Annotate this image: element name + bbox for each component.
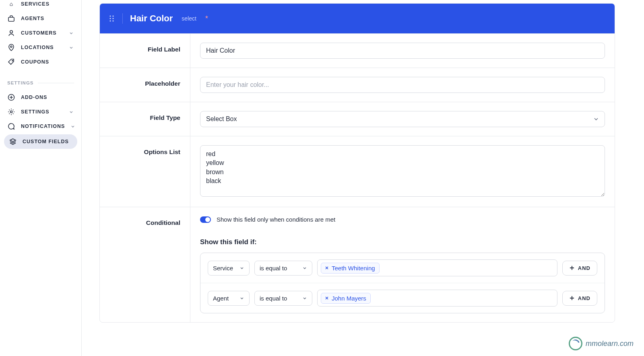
- sidebar: SERVICES AGENTS CUSTOMERS LOCATIONS COUP…: [0, 0, 82, 356]
- svg-point-11: [112, 20, 114, 21]
- select-value: is equal to: [260, 295, 287, 302]
- svg-point-6: [109, 15, 111, 16]
- svg-point-10: [112, 18, 114, 19]
- sidebar-item-customers[interactable]: CUSTOMERS: [0, 26, 81, 40]
- conditional-toggle[interactable]: [200, 216, 211, 223]
- select-value: Agent: [213, 295, 229, 302]
- pin-icon: [7, 43, 15, 51]
- service-icon: [7, 0, 15, 8]
- row-heading: Field Type: [100, 102, 190, 136]
- sidebar-item-services[interactable]: SERVICES: [0, 0, 81, 11]
- drag-handle-icon[interactable]: [109, 14, 115, 23]
- briefcase-icon: [7, 14, 15, 23]
- placeholder-input[interactable]: [200, 77, 605, 93]
- svg-point-1: [10, 31, 12, 33]
- sidebar-heading-label: SETTINGS: [7, 80, 34, 85]
- chevron-down-icon: [239, 265, 244, 270]
- layers-icon: [9, 138, 17, 146]
- svg-point-8: [109, 20, 111, 21]
- tag-label: John Mayers: [332, 295, 366, 302]
- sidebar-item-label: NOTIFICATIONS: [21, 123, 65, 129]
- condition-attribute-select[interactable]: Service: [208, 261, 250, 276]
- sidebar-item-addons[interactable]: ADD-ONS: [0, 90, 81, 105]
- tag: John Mayers: [321, 293, 371, 304]
- panel-title: Hair Color: [130, 13, 173, 24]
- select-value: Select Box: [206, 115, 237, 123]
- button-label: AND: [578, 265, 590, 271]
- condition-attribute-select[interactable]: Agent: [208, 291, 250, 306]
- add-and-condition-button[interactable]: AND: [562, 291, 597, 306]
- tag-label: Teeth Whitening: [332, 265, 375, 272]
- options-list-textarea[interactable]: [200, 145, 605, 197]
- sidebar-item-label: SERVICES: [21, 1, 74, 7]
- chevron-down-icon: [302, 296, 307, 300]
- field-type-select[interactable]: Select Box: [200, 111, 605, 127]
- svg-point-7: [109, 18, 111, 19]
- chevron-down-icon: [68, 109, 74, 114]
- plus-icon: [569, 265, 575, 271]
- chevron-down-icon: [593, 116, 599, 122]
- row-conditional: Conditional Show this field only when co…: [100, 207, 615, 322]
- row-heading: Conditional: [100, 207, 190, 322]
- field-label-input[interactable]: [200, 43, 605, 59]
- condition-row: Agent is equal to John Mayers: [200, 283, 605, 313]
- chevron-down-icon: [239, 296, 244, 300]
- button-label: AND: [578, 295, 590, 301]
- tag-icon: [7, 58, 15, 66]
- condition-row: Service is equal to Teeth Whitening: [200, 253, 605, 283]
- watermark: mmolearn.com: [569, 337, 634, 350]
- tag-remove-icon[interactable]: [324, 265, 329, 270]
- row-field-label: Field Label: [100, 33, 615, 68]
- gear-icon: [7, 108, 15, 116]
- sidebar-item-settings[interactable]: SETTINGS: [0, 105, 81, 119]
- select-value: Service: [213, 265, 233, 272]
- sidebar-item-label: COUPONS: [21, 59, 74, 65]
- row-heading: Field Label: [100, 34, 190, 68]
- row-heading: Placeholder: [100, 68, 190, 102]
- sidebar-item-agents[interactable]: AGENTS: [0, 11, 81, 26]
- chat-icon: [7, 122, 15, 130]
- condition-operator-select[interactable]: is equal to: [254, 291, 312, 306]
- tag: Teeth Whitening: [321, 263, 380, 274]
- plus-circle-icon: [7, 93, 15, 101]
- sidebar-item-label: CUSTOMERS: [21, 30, 63, 36]
- required-marker: *: [205, 15, 208, 22]
- chevron-down-icon: [68, 45, 74, 50]
- sidebar-item-label: LOCATIONS: [21, 45, 63, 50]
- tag-remove-icon[interactable]: [324, 296, 329, 300]
- svg-point-9: [112, 15, 114, 16]
- select-value: is equal to: [260, 265, 287, 272]
- sidebar-item-locations[interactable]: LOCATIONS: [0, 40, 81, 55]
- sidebar-item-notifications[interactable]: NOTIFICATIONS: [0, 119, 81, 134]
- sidebar-item-custom-fields[interactable]: CUSTOM FIELDS: [4, 134, 77, 149]
- divider: [122, 13, 123, 24]
- condition-value-input[interactable]: Teeth Whitening: [317, 259, 557, 276]
- sidebar-item-coupons[interactable]: COUPONS: [0, 55, 81, 69]
- panel-header: Hair Color select *: [100, 4, 615, 33]
- svg-rect-0: [8, 17, 14, 21]
- chevron-down-icon: [68, 31, 74, 35]
- chevron-down-icon: [302, 265, 307, 270]
- condition-operator-select[interactable]: is equal to: [254, 261, 312, 276]
- sidebar-item-label: SETTINGS: [21, 109, 63, 115]
- divider: [38, 83, 74, 83]
- add-and-condition-button[interactable]: AND: [562, 261, 597, 276]
- conditional-toggle-row: Show this field only when conditions are…: [200, 216, 605, 223]
- panel-subtype: select: [182, 15, 196, 22]
- row-heading: Options List: [100, 136, 190, 207]
- sidebar-heading-settings: SETTINGS: [0, 69, 81, 90]
- chevron-down-icon: [70, 124, 75, 129]
- svg-point-2: [10, 46, 12, 47]
- user-icon: [7, 29, 15, 37]
- watermark-logo-icon: [569, 337, 582, 350]
- plus-icon: [569, 295, 575, 301]
- sidebar-item-label: AGENTS: [21, 16, 74, 21]
- sidebar-item-label: ADD-ONS: [21, 95, 74, 100]
- main-panel: Hair Color select * Field Label Placehol…: [82, 0, 644, 356]
- sidebar-item-label: CUSTOM FIELDS: [23, 139, 72, 144]
- svg-point-5: [10, 111, 12, 113]
- toggle-label: Show this field only when conditions are…: [217, 216, 335, 223]
- conditions-group: Service is equal to Teeth Whitening: [200, 253, 605, 313]
- watermark-text: mmolearn.com: [586, 340, 634, 348]
- condition-value-input[interactable]: John Mayers: [317, 290, 557, 307]
